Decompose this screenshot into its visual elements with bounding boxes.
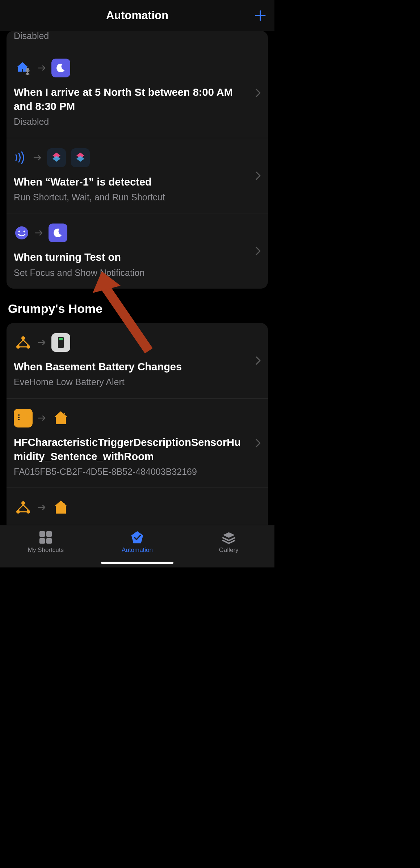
chevron-right-icon bbox=[256, 356, 261, 365]
shortcuts-icon bbox=[47, 148, 66, 167]
svg-rect-16 bbox=[46, 531, 52, 537]
add-automation-button[interactable] bbox=[254, 9, 266, 22]
personal-automations-group: Disabled When I arrive at 5 Nort bbox=[7, 31, 268, 289]
icon-row bbox=[14, 333, 261, 352]
smiley-face-icon bbox=[14, 224, 30, 242]
home-orange-icon bbox=[51, 498, 70, 517]
icon-row bbox=[14, 148, 261, 167]
home-arrive-icon bbox=[14, 59, 33, 77]
icon-row bbox=[14, 59, 261, 77]
flow-arrow-icon bbox=[33, 154, 42, 161]
svg-point-5 bbox=[16, 345, 20, 349]
moon-focus-icon bbox=[49, 224, 67, 242]
moon-focus-icon bbox=[51, 59, 70, 77]
svg-point-2 bbox=[18, 231, 20, 233]
gallery-stack-icon bbox=[222, 530, 236, 545]
nfc-wave-icon bbox=[14, 148, 28, 167]
automation-title: HFCharacteristicTriggerDescriptionSensor… bbox=[14, 435, 261, 464]
tab-bar: My Shortcuts Automation Gallery bbox=[0, 525, 274, 567]
automation-subtitle: Disabled bbox=[14, 116, 261, 128]
navigation-header: Automation bbox=[0, 0, 274, 31]
automation-badge-icon bbox=[130, 530, 144, 545]
humidity-sensor-icon bbox=[14, 409, 33, 427]
tab-gallery[interactable]: Gallery bbox=[183, 530, 274, 554]
svg-rect-9 bbox=[18, 414, 20, 416]
homekit-trigger-icon bbox=[14, 498, 33, 517]
home-section-header: Grumpy's Home bbox=[8, 302, 268, 316]
home-automations-group: When Basement Battery Changes EveHome Lo… bbox=[7, 323, 268, 546]
automation-title: When turning Test on bbox=[14, 250, 261, 264]
svg-point-1 bbox=[15, 226, 28, 239]
tab-shortcuts[interactable]: My Shortcuts bbox=[0, 530, 92, 554]
automation-title: When “Water-1” is detected bbox=[14, 175, 261, 189]
tab-label: Gallery bbox=[219, 546, 239, 554]
flow-arrow-icon bbox=[38, 504, 46, 511]
automation-title: When I arrive at 5 North St between 8:00… bbox=[14, 85, 261, 114]
svg-rect-11 bbox=[18, 419, 20, 420]
shortcuts-icon bbox=[71, 148, 90, 167]
automation-row[interactable]: When Basement Battery Changes EveHome Lo… bbox=[7, 323, 268, 399]
chevron-right-icon bbox=[256, 171, 261, 180]
automation-row[interactable]: HFCharacteristicTriggerDescriptionSensor… bbox=[7, 399, 268, 488]
svg-point-12 bbox=[21, 501, 25, 505]
tab-label: My Shortcuts bbox=[28, 546, 64, 554]
automation-subtitle: EveHome Low Battery Alert bbox=[14, 376, 261, 388]
icon-row bbox=[14, 409, 261, 427]
svg-point-13 bbox=[16, 510, 20, 514]
chevron-right-icon bbox=[256, 439, 261, 447]
shortcuts-grid-icon bbox=[38, 530, 53, 545]
main-content: Disabled When I arrive at 5 Nort bbox=[0, 31, 274, 546]
automation-row[interactable]: When “Water-1” is detected Run Shortcut,… bbox=[7, 138, 268, 214]
automation-subtitle: FA015FB5-CB2F-4D5E-8B52-484003B32169 bbox=[14, 466, 261, 478]
tab-automation[interactable]: Automation bbox=[92, 530, 183, 554]
svg-rect-8 bbox=[59, 338, 63, 340]
automation-row[interactable]: When turning Test on Set Focus and Show … bbox=[7, 213, 268, 289]
page-title: Automation bbox=[106, 9, 168, 22]
icon-row bbox=[14, 224, 261, 242]
chevron-right-icon bbox=[256, 89, 261, 97]
svg-point-4 bbox=[21, 336, 25, 340]
homekit-trigger-icon bbox=[14, 333, 33, 352]
automation-row[interactable]: When I arrive at 5 North St between 8:00… bbox=[7, 48, 268, 138]
svg-point-3 bbox=[24, 231, 25, 233]
flow-arrow-icon bbox=[38, 415, 46, 421]
flow-arrow-icon bbox=[38, 65, 46, 71]
svg-rect-18 bbox=[46, 538, 52, 544]
svg-rect-10 bbox=[18, 417, 20, 418]
svg-point-6 bbox=[26, 345, 30, 349]
automation-title: When Basement Battery Changes bbox=[14, 360, 261, 374]
home-indicator[interactable] bbox=[101, 562, 173, 564]
icon-row bbox=[14, 498, 261, 517]
flow-arrow-icon bbox=[35, 230, 43, 236]
battery-device-icon bbox=[51, 333, 70, 352]
chevron-right-icon bbox=[256, 247, 261, 255]
svg-rect-17 bbox=[39, 538, 45, 544]
svg-rect-15 bbox=[39, 531, 45, 537]
automation-subtitle: Run Shortcut, Wait, and Run Shortcut bbox=[14, 191, 261, 203]
svg-point-14 bbox=[26, 510, 30, 514]
home-orange-icon bbox=[51, 409, 70, 427]
automation-subtitle: Set Focus and Show Notification bbox=[14, 267, 261, 279]
partial-item-status: Disabled bbox=[7, 31, 268, 48]
tab-label: Automation bbox=[122, 546, 153, 554]
flow-arrow-icon bbox=[38, 339, 46, 346]
